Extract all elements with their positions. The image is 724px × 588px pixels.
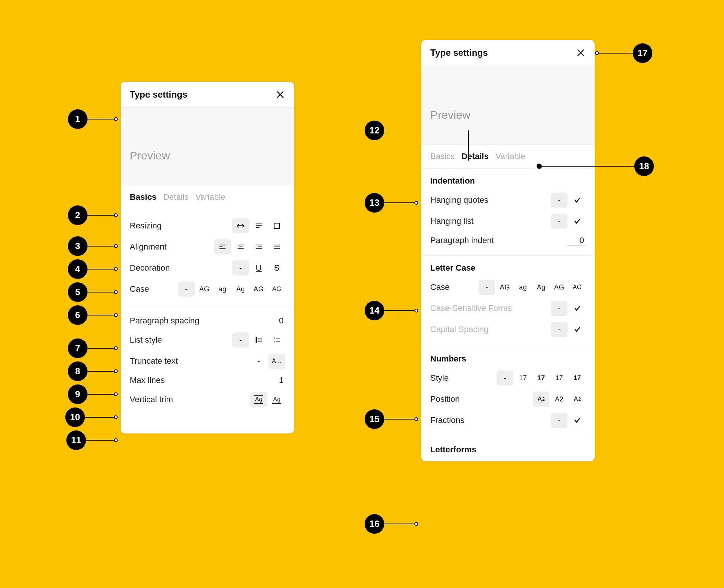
csf-off-icon[interactable]: - [551, 301, 568, 316]
row-paragraph-spacing: Paragraph spacing 0 [130, 312, 285, 329]
fractions-options: - [551, 413, 586, 428]
svg-rect-6 [274, 223, 279, 228]
max-lines-input[interactable]: 1 [266, 375, 285, 385]
paragraph-indent-input[interactable]: 0 [567, 236, 586, 246]
capital-spacing-off-icon[interactable]: - [551, 322, 568, 337]
preview-placeholder: Preview [121, 108, 294, 162]
case-lower-icon[interactable]: ag [214, 282, 231, 297]
annotation-12: 12 [365, 121, 469, 140]
fractions-label: Fractions [430, 415, 464, 425]
hanging-list-label: Hanging list [430, 216, 474, 226]
resize-auto-height-icon[interactable] [250, 218, 267, 233]
tab-details[interactable]: Details [462, 152, 489, 161]
annotation-15: 15 [365, 409, 418, 429]
resize-fixed-icon[interactable] [268, 218, 285, 233]
hanging-quotes-off-icon[interactable]: - [551, 193, 568, 208]
trim-standard-icon[interactable]: Ag [250, 392, 267, 407]
resizing-options [232, 218, 285, 233]
align-left-icon[interactable] [214, 239, 231, 254]
row-capital-spacing: Capital Spacing - [430, 319, 586, 340]
tab-variable[interactable]: Variable [495, 152, 525, 161]
case-title-icon[interactable]: Ag [232, 282, 249, 297]
panel-header: Type settings [421, 40, 595, 66]
paragraph-spacing-input[interactable]: 0 [266, 316, 285, 326]
row-number-style: Style - 17 17 17 17 [430, 368, 586, 389]
capital-spacing-on-icon[interactable] [569, 322, 586, 337]
close-icon[interactable] [275, 90, 285, 100]
tab-variable[interactable]: Variable [195, 192, 225, 202]
csf-on-icon[interactable] [569, 301, 586, 316]
number-style-options: - 17 17 17 17 [497, 371, 586, 386]
csf-label: Case-Sensitive Forms [430, 303, 512, 313]
case-none-icon[interactable]: - [178, 282, 195, 297]
decoration-none-icon[interactable]: - [232, 260, 249, 276]
tab-details[interactable]: Details [163, 192, 189, 202]
trim-cap-icon[interactable]: Ag [268, 392, 285, 407]
close-icon[interactable] [576, 48, 586, 58]
position-superscript-icon[interactable]: A2 [569, 392, 586, 407]
decoration-options: - U S [232, 260, 285, 276]
paragraph-indent-label: Paragraph indent [430, 236, 494, 245]
csf-options: - [551, 301, 586, 316]
fractions-off-icon[interactable]: - [551, 413, 568, 428]
annotation-10: 10 [65, 407, 118, 427]
hanging-list-options: - [551, 214, 586, 229]
align-center-icon[interactable] [232, 239, 249, 254]
hanging-list-off-icon[interactable]: - [551, 214, 568, 229]
strikethrough-icon[interactable]: S [268, 260, 285, 276]
case-options: - AG ag Ag AG AG [178, 282, 285, 297]
preview-region: Preview [121, 107, 294, 185]
annotation-17: 17 [595, 43, 652, 63]
hanging-quotes-options: - [551, 193, 586, 208]
annotation-9: 9 [68, 384, 118, 404]
list-bullet-icon[interactable] [250, 332, 267, 348]
numstyle-oldstyle-icon[interactable]: 17 [551, 371, 568, 386]
truncate-options: - A... [250, 354, 285, 369]
tab-basics[interactable]: Basics [130, 192, 156, 202]
align-justify-icon[interactable] [268, 239, 285, 254]
annotation-7: 7 [68, 338, 118, 358]
case-forced-smallcaps-icon[interactable]: AG [569, 280, 586, 295]
section-numbers: Numbers Style - 17 17 17 17 Position A2 … [421, 346, 595, 437]
panel-title: Type settings [430, 47, 488, 58]
numstyle-lining-icon[interactable]: 17 [515, 371, 531, 386]
row-case-right: Case - AG ag Ag AG AG [430, 277, 586, 298]
svg-point-20 [256, 340, 257, 341]
position-normal-icon[interactable]: A2 [551, 392, 568, 407]
case-title-icon[interactable]: Ag [533, 280, 549, 295]
numstyle-tabular-icon[interactable]: 17 [533, 371, 549, 386]
underline-icon[interactable]: U [250, 260, 267, 276]
section-letter-case: Letter Case Case - AG ag Ag AG AG Case-S… [421, 256, 595, 346]
list-none-icon[interactable]: - [232, 332, 249, 348]
case-none-icon[interactable]: - [479, 280, 495, 295]
position-subscript-icon[interactable]: A2 [533, 392, 549, 407]
case-smallcaps-icon[interactable]: AG [250, 282, 267, 297]
numbers-header: Numbers [430, 352, 586, 368]
case-lower-icon[interactable]: ag [515, 280, 531, 295]
list-style-label: List style [130, 335, 162, 345]
case-upper-icon[interactable]: AG [196, 282, 213, 297]
truncate-ellipsis-icon[interactable]: A... [268, 354, 285, 369]
fractions-on-icon[interactable] [569, 413, 586, 428]
case-forced-smallcaps-icon[interactable]: AG [268, 282, 285, 297]
tab-basics[interactable]: Basics [430, 152, 455, 161]
resize-auto-width-icon[interactable] [232, 218, 249, 233]
row-truncate: Truncate text - A... [130, 351, 285, 372]
numstyle-none-icon[interactable]: - [497, 371, 513, 386]
numstyle-tabular-oldstyle-icon[interactable]: 17 [569, 371, 586, 386]
list-numbered-icon[interactable]: 12 [268, 332, 285, 348]
section-letterforms: Letterforms [421, 437, 595, 461]
annotation-18: 18 [537, 156, 654, 176]
alignment-options [214, 239, 285, 254]
case-upper-icon[interactable]: AG [497, 280, 513, 295]
truncate-none-icon[interactable]: - [250, 354, 267, 369]
tabs: Basics Details Variable [121, 185, 294, 209]
case-label: Case [130, 284, 149, 294]
align-right-icon[interactable] [250, 239, 267, 254]
case-smallcaps-icon[interactable]: AG [551, 280, 568, 295]
hanging-list-on-icon[interactable] [569, 214, 586, 229]
case-label: Case [430, 282, 449, 292]
annotation-14: 14 [365, 301, 418, 320]
hanging-quotes-on-icon[interactable] [569, 193, 586, 208]
annotation-3: 3 [68, 236, 118, 256]
